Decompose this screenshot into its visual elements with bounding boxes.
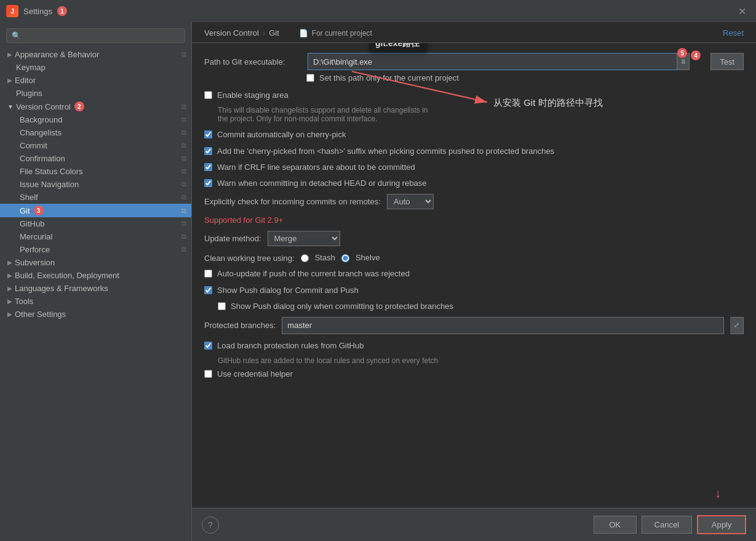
copy-icon-shelf: ⧉ (181, 193, 186, 201)
cherry-pick-checkbox[interactable] (204, 130, 212, 138)
copy-icon-commit: ⧉ (181, 142, 186, 150)
close-button[interactable]: ✕ (734, 4, 750, 18)
sidebar-item-changelists[interactable]: Changelists ⧉ (0, 126, 191, 139)
vc-badge: 2 (74, 102, 84, 111)
right-panel-wrapper: 从安装 Git 时的路径中寻找 ↓ Version Control › Git … (192, 22, 756, 541)
sidebar-item-keymap[interactable]: Keymap (0, 61, 191, 74)
sidebar-item-subversion[interactable]: ▶ Subversion (0, 256, 191, 269)
title-bar-left: J Settings 1 (6, 5, 67, 17)
path-input-container: 5 git.exe路径 ≡ (308, 53, 690, 70)
sidebar-label-file-status-colors: File Status Colors (20, 167, 83, 176)
cherry-pick-label[interactable]: Commit automatically on cherry-pick (217, 129, 346, 140)
cherry-suffix-label[interactable]: Add the 'cherry-picked from <hash>' suff… (217, 146, 554, 157)
warn-crlf-checkbox[interactable] (204, 163, 212, 171)
warn-detached-checkbox[interactable] (204, 179, 212, 187)
set-path-only-checkbox[interactable] (306, 74, 314, 82)
warn-detached-label[interactable]: Warn when committing in detached HEAD or… (217, 178, 427, 189)
incoming-commits-select[interactable]: Auto Never Always (387, 194, 434, 209)
ok-button[interactable]: OK (594, 516, 637, 534)
sidebar-item-version-control[interactable]: ▼ Version Control 2 ⧉ (0, 100, 191, 113)
sidebar-item-github[interactable]: GitHub ⧉ (0, 217, 191, 230)
clean-working-tree-row: Clean working tree using: Stash Shelve (204, 252, 744, 263)
sidebar-label-background: Background (20, 115, 62, 124)
sidebar-item-perforce[interactable]: Perforce ⧉ (0, 243, 191, 256)
sidebar-item-file-status-colors[interactable]: File Status Colors ⧉ (0, 165, 191, 178)
settings-content: Path to Git executable: 5 git.exe路径 ≡ 4 … (192, 43, 756, 508)
sidebar-item-other-settings[interactable]: ▶ Other Settings (0, 308, 191, 321)
shelve-label[interactable]: Shelve (356, 252, 380, 263)
breadcrumb-part1: Version Control (204, 28, 259, 38)
sidebar-item-build[interactable]: ▶ Build, Execution, Deployment (0, 269, 191, 282)
protected-branches-input[interactable] (282, 317, 724, 334)
enable-staging-checkbox[interactable] (204, 91, 212, 99)
git-path-tooltip: git.exe路径 (369, 43, 426, 52)
cherry-suffix-checkbox[interactable] (204, 147, 212, 155)
set-path-only-label[interactable]: Set this path only for the current proje… (319, 73, 459, 84)
sidebar-item-shelf[interactable]: Shelf ⧉ (0, 191, 191, 204)
expand-branches-button[interactable]: ⤢ (730, 317, 744, 334)
breadcrumb-separator: › (263, 28, 265, 38)
sidebar-label-perforce: Perforce (20, 245, 50, 254)
help-button[interactable]: ? (202, 516, 219, 534)
use-credential-label[interactable]: Use credential helper (217, 369, 293, 380)
sidebar-label-github: GitHub (20, 219, 44, 228)
load-branch-rules-checkbox[interactable] (204, 342, 212, 350)
show-push-protected-label[interactable]: Show Push dialog only when committing to… (231, 301, 453, 312)
search-input[interactable] (6, 28, 185, 43)
sidebar-item-tools[interactable]: ▶ Tools (0, 295, 191, 308)
bottom-bar: ? OK Cancel Apply (192, 508, 756, 541)
enable-staging-row: Enable staging area (204, 90, 744, 101)
enable-staging-label[interactable]: Enable staging area (217, 90, 288, 101)
sidebar-label-vc: Version Control (16, 102, 71, 111)
sidebar-label-commit: Commit (20, 141, 47, 150)
warn-detached-row: Warn when committing in detached HEAD or… (204, 178, 744, 189)
sidebar-label-subversion: Subversion (15, 258, 55, 267)
sidebar-item-background[interactable]: Background ⧉ (0, 113, 191, 126)
expand-arrow-svn: ▶ (7, 259, 12, 266)
copy-icon-perforce: ⧉ (181, 246, 186, 254)
breadcrumb-project-icon: 📄 (299, 29, 308, 38)
auto-update-checkbox[interactable] (204, 270, 212, 278)
incoming-commits-label: Explicitly check for incoming commits on… (204, 197, 381, 206)
sidebar-label-keymap: Keymap (16, 63, 46, 72)
warn-crlf-label[interactable]: Warn if CRLF line separators are about t… (217, 162, 415, 173)
sidebar-item-commit[interactable]: Commit ⧉ (0, 139, 191, 152)
expand-arrow-editor: ▶ (7, 77, 12, 84)
apply-button[interactable]: Apply (697, 515, 746, 534)
sidebar-label-git: Git (20, 206, 30, 215)
test-button[interactable]: Test (710, 53, 744, 70)
auto-update-label[interactable]: Auto-update if push of the current branc… (217, 268, 410, 279)
path-row: Path to Git executable: 5 git.exe路径 ≡ 4 … (204, 53, 744, 70)
sidebar-item-plugins[interactable]: Plugins (0, 87, 191, 100)
sidebar-item-appearance[interactable]: ▶ Appearance & Behavior ⧉ (0, 48, 191, 61)
expand-arrow-other: ▶ (7, 311, 12, 318)
sidebar-item-git[interactable]: Git 3 ⧉ (0, 204, 191, 217)
incoming-commits-row: Explicitly check for incoming commits on… (204, 194, 744, 209)
show-push-protected-checkbox[interactable] (218, 302, 226, 310)
sidebar-item-confirmation[interactable]: Confirmation ⧉ (0, 152, 191, 165)
update-method-select[interactable]: Merge Rebase Branch default (268, 231, 340, 246)
use-credential-checkbox[interactable] (204, 370, 212, 378)
update-method-label: Update method: (204, 234, 261, 243)
stash-label[interactable]: Stash (315, 252, 335, 263)
sidebar-label-languages: Languages & Frameworks (15, 284, 108, 293)
git-path-input[interactable] (308, 53, 677, 70)
cancel-button[interactable]: Cancel (642, 516, 692, 534)
shelve-radio[interactable] (341, 254, 349, 262)
sidebar-label-build: Build, Execution, Deployment (15, 271, 119, 280)
show-push-checkbox[interactable] (204, 286, 212, 294)
sidebar-item-languages[interactable]: ▶ Languages & Frameworks (0, 282, 191, 295)
sidebar-item-issue-navigation[interactable]: Issue Navigation ⧉ (0, 178, 191, 191)
protected-branches-label: Protected branches: (204, 321, 276, 330)
show-push-label[interactable]: Show Push dialog for Commit and Push (217, 285, 359, 296)
expand-arrow-vc: ▼ (7, 103, 14, 110)
copy-icon-fsc: ⧉ (181, 167, 186, 175)
sidebar-item-editor[interactable]: ▶ Editor (0, 74, 191, 87)
reset-button[interactable]: Reset (723, 28, 744, 38)
stash-radio[interactable] (301, 254, 309, 262)
show-push-dialog-row: Show Push dialog for Commit and Push (204, 285, 744, 296)
load-branch-rules-label[interactable]: Load branch protection rules from GitHub (217, 340, 364, 351)
git-badge: 3 (34, 206, 44, 215)
sidebar-item-mercurial[interactable]: Mercurial ⧉ (0, 230, 191, 243)
sidebar-label-changelists: Changelists (20, 128, 62, 137)
